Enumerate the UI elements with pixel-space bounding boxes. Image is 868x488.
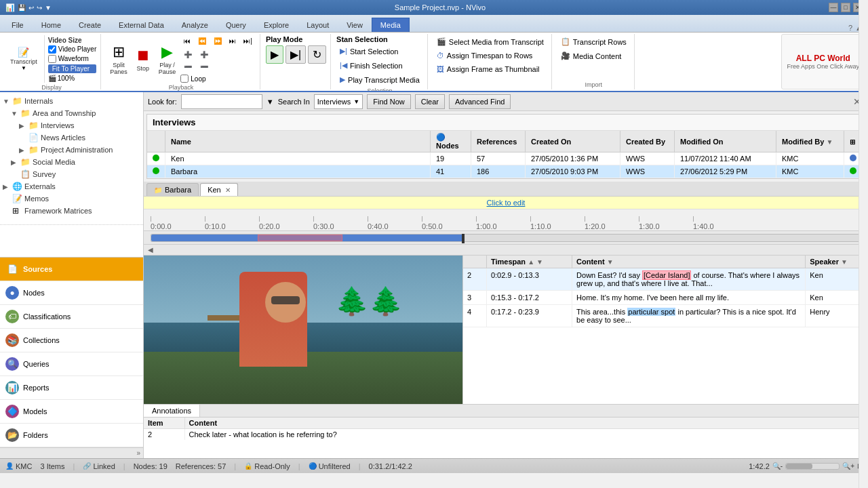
nav-btn-queries[interactable]: 🔍 Queries [0,352,143,376]
tab-home[interactable]: Home [33,18,70,32]
timespan-sort-icon[interactable]: ▲ [528,258,534,266]
nav-btn-sources[interactable]: 📄 Sources [0,258,143,281]
stop-btn[interactable]: ⏹ Stop [132,45,154,74]
transcript-col-timespan[interactable]: Timespan ▲ ▼ [486,256,572,268]
tab-file[interactable]: File [3,18,33,32]
tree-item-memos[interactable]: 📝 Memos [0,192,143,205]
minimize-btn[interactable]: — [829,3,838,12]
click-to-edit-bar[interactable]: Click to edit [144,197,868,209]
media-content-btn[interactable]: 🎥 Media Content [557,49,625,62]
ribbon-help[interactable]: ? [848,24,852,32]
tab-explore[interactable]: Explore [255,18,298,32]
assign-timespan-btn[interactable]: ⏱ Assign Timespan to Rows [433,49,536,62]
expand-area[interactable]: ▼ [11,110,19,117]
tree-item-framework[interactable]: ⊞ Framework Matrices [0,205,143,217]
transcript-col-content[interactable]: Content ▼ [572,256,806,268]
transcript-row-3[interactable]: 3 0:15.3 - 0:17.2 Home. It's my home. I'… [463,291,868,305]
search-input[interactable] [181,94,262,109]
col-modified-on[interactable]: Modified On [675,131,776,152]
tab-layout[interactable]: Layout [298,18,338,32]
quick-access-save[interactable]: 💾 [18,4,26,12]
play-loop-btn[interactable]: ↻ [308,45,326,64]
transcript-scrollbar[interactable] [859,256,868,404]
expand-nav-btn[interactable]: » [136,449,140,457]
tab-query[interactable]: Query [217,18,255,32]
expand-externals[interactable]: ▶ [3,183,11,190]
zoom-out-btn[interactable]: ➖ [180,61,195,73]
waveform-checkbox[interactable] [48,55,56,63]
tree-item-news[interactable]: 📄 News Articles [0,131,143,144]
col-created-on[interactable]: Created On [526,131,620,152]
tree-item-internals[interactable]: ▼ 📁 Internals [0,95,143,107]
play-pause-btn[interactable]: ▶ Play /Pause [155,41,180,77]
tree-item-social[interactable]: ▶ 📁 Social Media [0,156,143,168]
zoom-in-status[interactable]: 🔍+ [842,462,854,470]
zoom-in-btn[interactable]: ➕ [180,49,195,60]
transcript-rows-btn[interactable]: 📋 Transcript Rows [557,35,630,48]
zoom-out2-btn[interactable]: ➖ [197,61,212,73]
nav-btn-models[interactable]: 🔷 Models [0,400,143,424]
ann-col-content[interactable]: Content [184,418,868,429]
maximize-btn[interactable]: □ [841,3,850,12]
transcript-btn[interactable]: 📝 Transcript ▼ [7,45,41,73]
ann-col-item[interactable]: Item [144,418,184,429]
table-row[interactable]: Ken 19 57 27/05/2010 1:36 PM WWS 11/07/2… [147,152,865,165]
tab-media[interactable]: Media [372,18,410,32]
col-created-by[interactable]: Created By [620,131,675,152]
nav-btn-nodes[interactable]: ● Nodes [0,281,143,305]
tree-item-area[interactable]: ▼ 📁 Area and Township [0,107,143,119]
tab-view[interactable]: View [338,18,372,32]
timeline-scroll-left[interactable]: ◀ [144,246,157,253]
tab-create[interactable]: Create [70,18,110,32]
nav-btn-reports[interactable]: 📊 Reports [0,376,143,400]
quick-access-undo[interactable]: ↩ [28,4,34,12]
select-media-btn[interactable]: 🎬 Select Media from Transcript [433,35,547,48]
start-selection-btn[interactable]: ▶| Start Selection [336,45,401,58]
annotation-row[interactable]: 2 Check later - what location is he refe… [144,429,868,441]
skip-next-btn[interactable]: ⏭ [226,35,239,47]
play-btn[interactable]: ▶ [266,45,283,64]
clear-btn[interactable]: Clear [415,94,445,109]
play-selected-btn[interactable]: ▶| [285,45,306,64]
tab-ken[interactable]: Ken ✕ [200,183,238,196]
modified-by-filter[interactable]: ▼ [826,138,833,146]
advanced-find-btn[interactable]: Advanced Find [449,94,511,109]
nav-btn-folders[interactable]: 📂 Folders [0,424,143,447]
content-filter-icon[interactable]: ▼ [607,258,614,266]
table-row[interactable]: Barbara 41 186 27/05/2010 9:03 PM WWS 27… [147,165,865,178]
col-modified-by[interactable]: Modified By ▼ [776,131,844,152]
search-in-dropdown[interactable]: Interviews ▼ [314,94,363,109]
nav-btn-collections[interactable]: 📚 Collections [0,329,143,352]
tab-ken-close[interactable]: ✕ [225,186,231,194]
split-panes-btn[interactable]: ⊞ SplitPanes [106,41,131,77]
prev-frame-btn[interactable]: ⏪ [195,35,210,47]
quick-access-more[interactable]: ▼ [45,4,52,12]
timeline-playhead[interactable] [462,234,465,243]
transcript-scroll[interactable]: Timespan ▲ ▼ Content ▼ S [463,256,868,404]
col-settings-icon[interactable]: ⊞ [850,138,855,146]
tab-analyze[interactable]: Analyze [173,18,217,32]
annotations-tab[interactable]: Annotations [144,405,200,417]
tree-item-externals[interactable]: ▶ 🌐 Externals [0,180,143,192]
tab-external-data[interactable]: External Data [110,18,173,32]
loop-end-btn[interactable]: ⏭| [240,35,256,47]
transcript-row-2[interactable]: 2 0:02.9 - 0:13.3 Down East? I'd say [Ce… [463,268,868,291]
play-transcript-media-btn[interactable]: ▶ Play Transcript Media [336,73,423,86]
expand-internals[interactable]: ▼ [3,98,11,105]
quick-access-redo[interactable]: ↪ [37,4,42,12]
col-nodes[interactable]: 🔵 Nodes [431,131,471,152]
fit-to-player-btn[interactable]: Fit To Player [48,64,97,73]
video-player-checkbox[interactable] [48,45,56,54]
nav-btn-classifications[interactable]: 🏷 Classifications [0,305,143,329]
col-references[interactable]: References [471,131,526,152]
expand-social[interactable]: ▶ [11,159,19,166]
tree-item-project-admin[interactable]: ▶ 📁 Project Administration [0,144,143,156]
expand-interviews[interactable]: ▶ [19,122,27,129]
timespan-filter-icon[interactable]: ▼ [536,258,543,266]
zoom-slider[interactable] [785,463,840,470]
speaker-filter-icon[interactable]: ▼ [841,258,848,266]
find-now-btn[interactable]: Find Now [367,94,410,109]
next-frame-btn[interactable]: ⏩ [210,35,225,47]
loop-checkbox[interactable] [180,75,189,83]
col-icon[interactable] [147,131,165,152]
